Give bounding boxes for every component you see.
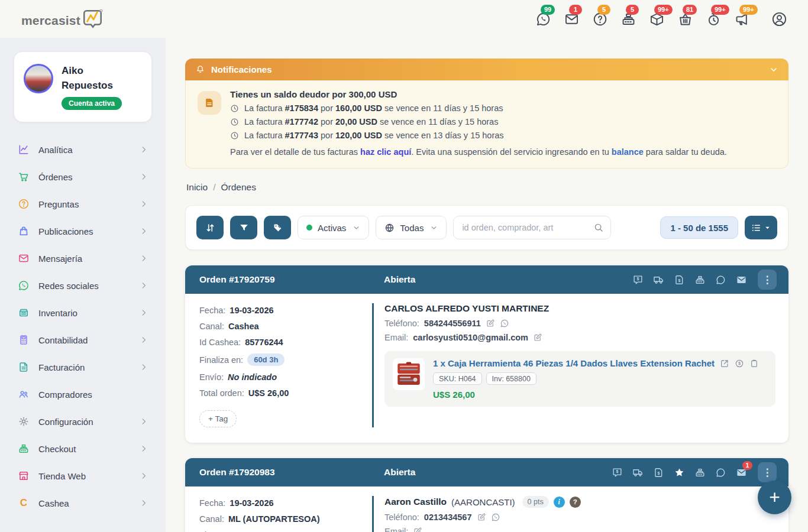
bell-icon (195, 64, 205, 74)
order-buyer-section: CARLOS ALFREDO YUSTI MARTINEZ Teléfono: … (372, 303, 775, 427)
product-thumbnail[interactable] (393, 358, 425, 390)
product-title-link[interactable]: 1 x Caja Herramienta 46 Piezas 1/4 Dados… (433, 358, 715, 368)
question-icon (18, 198, 30, 210)
archive-icon (18, 307, 30, 319)
sidebar-item-label: Inventario (38, 308, 77, 318)
comment-dollar-icon[interactable]: $ (632, 274, 644, 286)
sidebar-item-compradores[interactable]: Compradores (14, 381, 151, 408)
sidebar-item-ordenes[interactable]: Órdenes (14, 163, 151, 190)
order-header: Orden #17920983 Abierta $ $ 1 ⋮ (185, 458, 788, 486)
whatsapp-icon[interactable]: 99 (535, 11, 551, 27)
buyer-name: CARLOS ALFREDO YUSTI MARTINEZ (384, 303, 549, 314)
external-link-icon[interactable] (720, 359, 729, 368)
chat-icon[interactable] (715, 467, 726, 478)
mail-icon[interactable]: 1 (736, 467, 747, 478)
edit-icon[interactable] (477, 512, 486, 522)
package-icon[interactable]: 99+ (649, 11, 665, 27)
sidebar-item-label: Facturación (38, 362, 85, 372)
sidebar-item-cashea[interactable]: C Cashea (14, 489, 151, 517)
filter-button[interactable] (230, 216, 257, 239)
sidebar-item-configuracion[interactable]: Configuración (14, 408, 151, 435)
edit-icon[interactable] (533, 333, 542, 342)
app-logo[interactable]: mercasist (21, 8, 104, 30)
cash-register-icon[interactable]: 5 (620, 11, 636, 27)
dollar-circle-icon[interactable]: $ (735, 359, 744, 368)
breadcrumb-home[interactable]: Inicio (186, 182, 208, 193)
profile-icon[interactable] (771, 11, 788, 28)
unread-mail-badge: 1 (742, 461, 752, 470)
cash-register-badge: 5 (626, 5, 639, 15)
info-icon[interactable]: i (554, 497, 565, 508)
truck-icon[interactable] (653, 274, 664, 286)
product-inventory-badge: Inv: 658800 (486, 372, 536, 385)
whatsapp-icon[interactable] (491, 512, 500, 522)
sidebar-item-analitica[interactable]: Analítica (14, 136, 151, 163)
sidebar-item-redes-sociales[interactable]: Redes sociales (14, 272, 151, 299)
truck-icon[interactable] (632, 467, 644, 478)
clipboard-icon[interactable] (749, 359, 759, 368)
sort-button[interactable] (196, 216, 224, 239)
sidebar-item-publicaciones[interactable]: Publicaciones (14, 218, 151, 245)
debt-summary: Tienes un saldo deudor por 300,00 USD (230, 89, 727, 99)
invoice-dollar-icon[interactable]: $ (653, 467, 664, 478)
order-actions: $ $ 1 ⋮ (612, 462, 777, 482)
sidebar-item-checkout[interactable]: Checkout (14, 435, 151, 462)
invoice-dollar-icon[interactable]: $ (674, 274, 685, 286)
chart-icon (18, 144, 30, 155)
help-icon[interactable]: ? (570, 497, 581, 508)
whatsapp-icon[interactable] (500, 319, 509, 328)
mail-icon[interactable] (736, 274, 747, 286)
whatsapp-badge: 99 (541, 5, 555, 15)
breadcrumb-separator: / (213, 182, 215, 193)
notifications-footer: Para ver el detalle de tus facturas haz … (230, 147, 727, 157)
sidebar-item-tienda-web[interactable]: Tienda Web (14, 462, 151, 489)
sidebar-item-label: Mensajería (38, 254, 82, 264)
sidebar-item-preguntas[interactable]: Preguntas (14, 190, 151, 218)
basket-icon[interactable]: 81 (677, 11, 693, 27)
more-options-button[interactable]: ⋮ (758, 270, 777, 290)
tag-filter-button[interactable] (264, 216, 291, 239)
chat-icon[interactable] (715, 274, 726, 286)
order-date: 19-03-2026 (230, 306, 273, 315)
balance-link[interactable]: balance (612, 147, 644, 157)
edit-icon[interactable] (486, 319, 495, 328)
status-filter-dropdown[interactable]: Activas (298, 216, 369, 239)
active-status-dot (306, 225, 312, 231)
svg-text:$: $ (658, 471, 660, 475)
account-card[interactable]: Aiko Repuestos Cuenta activa (14, 52, 151, 122)
sidebar-item-contabilidad[interactable]: Contabilidad (14, 326, 151, 353)
search-input[interactable] (453, 216, 611, 239)
mail-icon[interactable]: 1 (564, 11, 580, 27)
cash-register-icon[interactable] (694, 467, 706, 478)
sidebar-item-label: Publicaciones (38, 226, 93, 236)
channel-filter-dropdown[interactable]: Todas (376, 216, 447, 239)
pagination-range[interactable]: 1 - 50 de 1555 (660, 216, 738, 239)
chevron-right-icon (140, 145, 148, 154)
edit-icon[interactable] (413, 527, 422, 532)
product-sku-badge: SKU: H064 (433, 372, 482, 385)
megaphone-badge: 99+ (739, 5, 758, 15)
sidebar-item-facturacion[interactable]: Facturación (14, 353, 151, 381)
timer-icon[interactable]: 99+ (706, 11, 722, 27)
buyer-phone: 0213434567 (424, 512, 472, 522)
more-options-button[interactable]: ⋮ (758, 462, 777, 482)
notifications-header[interactable]: Notificaciones (185, 59, 788, 80)
order-card: Orden #17920983 Abierta $ $ 1 ⋮ (185, 458, 788, 532)
help-icon[interactable]: 5 (592, 11, 608, 27)
chevron-right-icon (140, 309, 148, 317)
order-title: Orden #17920983 (199, 467, 384, 478)
buyer-points-badge: 0 pts (522, 496, 549, 508)
star-icon[interactable] (674, 467, 685, 478)
cash-register-icon[interactable] (694, 274, 706, 286)
sidebar-item-mensajeria[interactable]: Mensajería (14, 245, 151, 272)
add-tag-button[interactable]: + Tag (199, 410, 237, 427)
clock-icon (230, 118, 239, 126)
view-mode-button[interactable] (745, 216, 777, 239)
sidebar-item-inventario[interactable]: Inventario (14, 299, 151, 326)
comment-dollar-icon[interactable]: $ (612, 467, 623, 478)
invoices-detail-link[interactable]: haz clic aquí (360, 147, 411, 157)
megaphone-icon[interactable]: 99+ (734, 11, 750, 27)
add-order-fab[interactable]: + (758, 481, 791, 514)
orders-toolbar: Activas Todas 1 - 50 de 1555 (185, 205, 788, 250)
bag-icon (18, 225, 30, 237)
